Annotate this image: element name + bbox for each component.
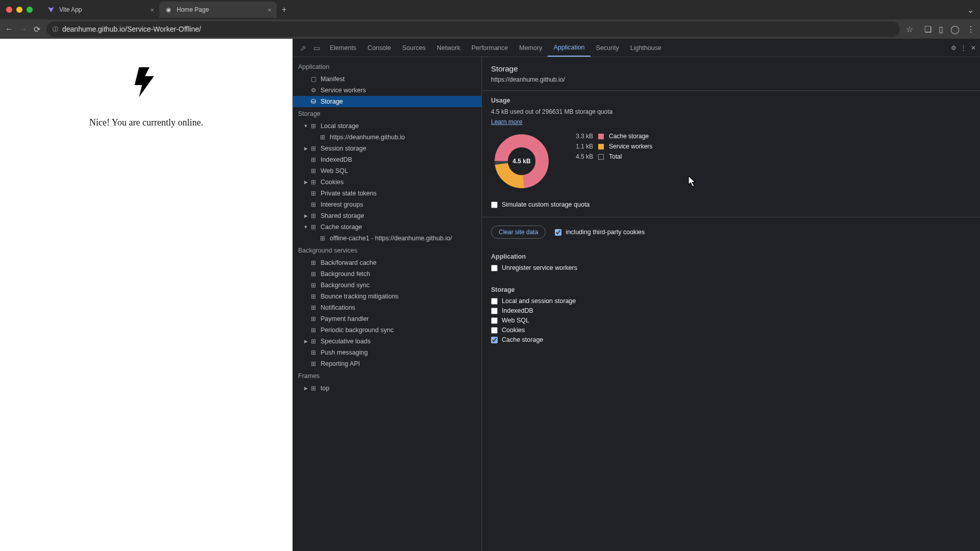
tree-node[interactable]: ▼⊞Local storage: [293, 120, 481, 132]
chevron-right-icon[interactable]: ▶: [302, 146, 309, 151]
bookmark-icon[interactable]: ☆: [906, 24, 913, 34]
tree-node[interactable]: ⊞Payment handler: [293, 313, 481, 324]
devtools-tab-memory[interactable]: Memory: [513, 39, 548, 57]
close-tab-icon[interactable]: ×: [267, 6, 272, 14]
back-button[interactable]: ←: [5, 24, 13, 34]
tree-node[interactable]: ▶⊞top: [293, 383, 481, 394]
tree-item-label: IndexedDB: [321, 156, 352, 163]
tree-node[interactable]: ▶⊞Session storage: [293, 143, 481, 154]
browser-tab[interactable]: Vite App ×: [42, 2, 159, 18]
devtools-tab-sources[interactable]: Sources: [397, 39, 431, 57]
checkbox-label: Web SQL: [502, 317, 529, 324]
devtools-tab-lighthouse[interactable]: Lighthouse: [625, 39, 667, 57]
minimize-window-icon[interactable]: [16, 7, 22, 13]
tree-node[interactable]: ▶⊞Shared storage: [293, 210, 481, 221]
tree-node[interactable]: ⊞IndexedDB: [293, 154, 481, 165]
tree-item-icon: ⊞: [318, 235, 327, 242]
tree-node[interactable]: ⊞Periodic background sync: [293, 324, 481, 336]
tree-node[interactable]: ⊞Back/forward cache: [293, 257, 481, 268]
storage-option-checkbox[interactable]: [491, 265, 498, 271]
tree-node[interactable]: ⊞https://deanhume.github.io: [293, 132, 481, 143]
site-info-icon[interactable]: ⓘ: [53, 26, 58, 33]
inspect-element-icon[interactable]: ⬀: [297, 44, 309, 52]
tree-item-icon: ⊞: [309, 349, 317, 356]
tree-item-label: Web SQL: [321, 167, 348, 174]
devtools-tab-security[interactable]: Security: [591, 39, 625, 57]
devtools-tab-performance[interactable]: Performance: [466, 39, 514, 57]
checkbox-label: Cookies: [502, 327, 525, 334]
tree-node[interactable]: ⊞Private state tokens: [293, 188, 481, 199]
storage-option-checkbox[interactable]: [491, 317, 498, 324]
chevron-down-icon[interactable]: ▼: [302, 123, 309, 129]
maximize-window-icon[interactable]: [27, 7, 33, 13]
tree-node[interactable]: ⛁Storage: [293, 96, 481, 107]
checkbox-label: Unregister service workers: [502, 264, 577, 271]
tree-item-label: Payment handler: [321, 315, 369, 322]
tree-section-title: Application: [293, 60, 481, 73]
checkbox-row: Cookies: [491, 327, 971, 334]
checkbox-label: Local and session storage: [502, 297, 576, 305]
close-window-icon[interactable]: [6, 7, 12, 13]
settings-icon[interactable]: ⚙: [951, 44, 957, 52]
tree-node[interactable]: ⊞Bounce tracking mitigations: [293, 291, 481, 302]
tree-node[interactable]: ⊞Background fetch: [293, 268, 481, 280]
profile-icon[interactable]: ◯: [950, 24, 960, 34]
legend-label: Cache storage: [609, 133, 649, 140]
legend-row: 4.5 kBTotal: [568, 153, 652, 160]
chevron-right-icon[interactable]: ▶: [302, 180, 309, 185]
storage-detail-panel: Storage https://deanhume.github.io/ Usag…: [482, 57, 980, 551]
devtools-tab-console[interactable]: Console: [362, 39, 397, 57]
chevron-down-icon[interactable]: ▼: [302, 224, 309, 230]
tree-item-icon: ⊞: [309, 167, 317, 174]
tree-node[interactable]: ⊞Reporting API: [293, 358, 481, 369]
tree-node[interactable]: ⊞Push messaging: [293, 347, 481, 358]
tree-node[interactable]: ▶⊞Cookies: [293, 177, 481, 188]
tree-item-label: Background fetch: [321, 270, 370, 278]
rendered-page: Nice! You are currently online.: [0, 39, 293, 551]
browser-tab[interactable]: ◉ Home Page ×: [159, 2, 277, 18]
tree-node[interactable]: ▢Manifest: [293, 73, 481, 85]
tree-node[interactable]: ⊞offline-cache1 - https://deanhume.githu…: [293, 233, 481, 244]
side-panel-icon[interactable]: ▯: [939, 24, 943, 34]
storage-option-checkbox[interactable]: [491, 308, 498, 314]
legend-swatch-icon: [598, 134, 604, 139]
address-bar[interactable]: ⓘ deanhume.github.io/Service-Worker-Offl…: [46, 21, 900, 37]
third-party-cookies-checkbox[interactable]: [555, 229, 561, 236]
tree-item-icon: ⊞: [309, 179, 317, 186]
chevron-down-icon[interactable]: ⌄: [967, 5, 974, 15]
chevron-right-icon[interactable]: ▶: [302, 386, 309, 391]
tree-item-label: Shared storage: [321, 212, 364, 219]
new-tab-button[interactable]: +: [282, 5, 286, 14]
clear-site-data-button[interactable]: Clear site data: [491, 226, 546, 239]
tree-node[interactable]: ▶⊞Speculative loads: [293, 336, 481, 347]
tree-item-icon: ⊞: [309, 385, 317, 392]
tree-node[interactable]: ⊞Interest groups: [293, 199, 481, 210]
extensions-icon[interactable]: ❏: [924, 24, 932, 34]
tree-node[interactable]: ▼⊞Cache storage: [293, 221, 481, 233]
tree-item-icon: ⊞: [309, 304, 317, 311]
devtools-tab-network[interactable]: Network: [431, 39, 466, 57]
application-heading: Application: [491, 253, 971, 260]
storage-option-checkbox[interactable]: [491, 298, 498, 305]
close-tab-icon[interactable]: ×: [150, 6, 154, 14]
tree-node[interactable]: ⊞Notifications: [293, 302, 481, 313]
learn-more-link[interactable]: Learn more: [491, 118, 522, 126]
tree-node[interactable]: ⊞Web SQL: [293, 165, 481, 177]
tree-node[interactable]: ⊞Background sync: [293, 280, 481, 291]
reload-button[interactable]: ⟳: [34, 24, 40, 34]
storage-option-checkbox[interactable]: [491, 327, 498, 334]
devtools-tab-elements[interactable]: Elements: [324, 39, 362, 57]
chevron-right-icon[interactable]: ▶: [302, 213, 309, 218]
storage-option-checkbox[interactable]: [491, 337, 498, 343]
simulate-quota-checkbox[interactable]: [491, 202, 498, 208]
chevron-right-icon[interactable]: ▶: [302, 339, 309, 344]
tree-node[interactable]: ⚙Service workers: [293, 85, 481, 96]
menu-icon[interactable]: ⋮: [967, 24, 975, 34]
close-devtools-icon[interactable]: ✕: [971, 44, 976, 52]
devtools-tab-application[interactable]: Application: [548, 39, 590, 57]
device-toolbar-icon[interactable]: ▭: [310, 44, 323, 52]
tree-item-label: Manifest: [321, 76, 345, 83]
checkbox-row: Unregister service workers: [491, 264, 971, 271]
more-icon[interactable]: ⋮: [961, 44, 967, 52]
forward-button[interactable]: →: [19, 24, 28, 34]
